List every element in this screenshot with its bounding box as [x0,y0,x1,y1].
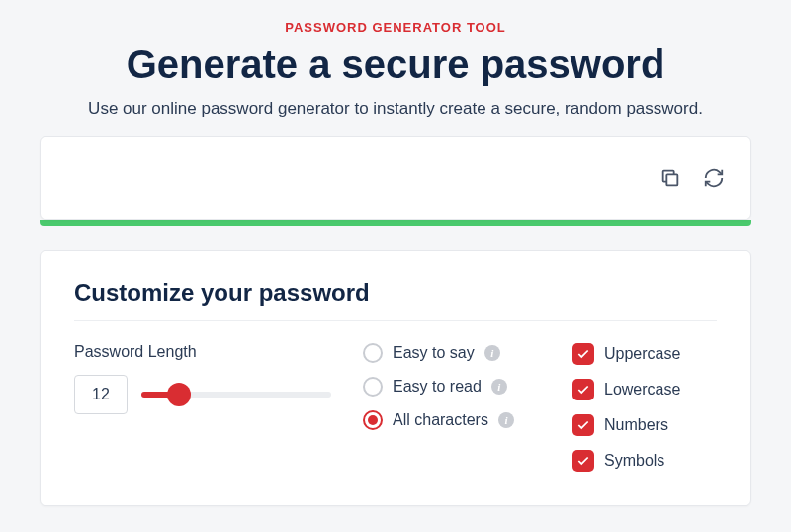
checkbox-symbols[interactable]: Symbols [572,450,711,472]
subtitle: Use our online password generator to ins… [40,99,751,119]
page: PASSWORD GENERATOR TOOL Generate a secur… [0,0,791,506]
checkbox-icon [572,414,594,436]
strength-bar [40,220,751,226]
checkbox-icon [572,450,594,472]
radio-easy-to-say[interactable]: Easy to say i [363,343,541,363]
customize-card: Customize your password Password Length [40,250,751,506]
check-icon [576,347,590,361]
checkbox-lowercase[interactable]: Lowercase [572,379,711,400]
checkbox-icon [572,343,594,365]
refresh-icon [703,167,725,189]
info-icon[interactable]: i [491,379,507,395]
slider-thumb[interactable] [167,383,191,406]
check-icon [576,454,590,468]
checkbox-label: Lowercase [604,381,680,399]
checkbox-label: Symbols [604,452,664,470]
length-column: Password Length [74,343,331,472]
radio-all-characters[interactable]: All characters i [363,410,541,430]
regenerate-button[interactable] [701,165,727,191]
page-title: Generate a secure password [40,43,751,87]
length-row [74,375,331,414]
radio-icon [363,377,383,397]
length-label: Password Length [74,343,331,361]
checkbox-label: Uppercase [604,345,680,363]
radio-label: Easy to say [393,344,475,362]
controls: Password Length Easy to say i [74,343,717,472]
checkbox-icon [572,379,594,400]
divider [74,320,717,321]
copy-button[interactable] [658,165,683,191]
customize-title: Customize your password [74,279,717,307]
check-icon [576,383,590,397]
eyebrow: PASSWORD GENERATOR TOOL [40,20,751,35]
radio-label: Easy to read [393,378,482,396]
radio-easy-to-read[interactable]: Easy to read i [363,377,541,397]
length-slider[interactable] [141,383,331,406]
checkbox-uppercase[interactable]: Uppercase [572,343,711,365]
copy-icon [659,167,681,189]
checkbox-numbers[interactable]: Numbers [572,414,711,436]
info-icon[interactable]: i [484,345,500,361]
radio-label: All characters [393,411,488,429]
length-input[interactable] [74,375,128,414]
checkbox-label: Numbers [604,416,668,434]
radio-icon [363,343,383,363]
info-icon[interactable]: i [498,412,514,428]
radio-icon [363,410,383,430]
password-output-card [40,136,751,220]
character-type-column: Easy to say i Easy to read i All charact… [363,343,541,472]
check-icon [576,418,590,432]
svg-rect-0 [666,174,677,185]
options-column: Uppercase Lowercase Numbers [572,343,711,472]
password-actions [658,165,727,191]
